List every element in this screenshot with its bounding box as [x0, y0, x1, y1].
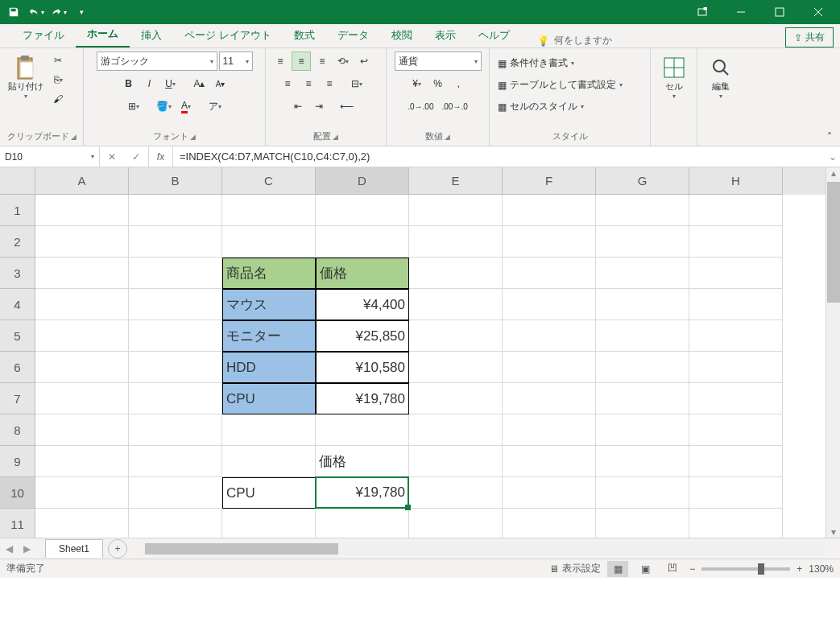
copy-button[interactable]: ⎘▾: [50, 71, 66, 89]
sheet-tab-1[interactable]: Sheet1: [45, 539, 103, 558]
align-top-button[interactable]: ≡: [271, 52, 290, 71]
italic-button[interactable]: I: [140, 74, 159, 93]
fx-icon[interactable]: fx: [149, 146, 173, 167]
zoom-level[interactable]: 130%: [809, 563, 834, 575]
col-header-E[interactable]: E: [409, 167, 503, 195]
row-header-5[interactable]: 5: [0, 320, 35, 352]
col-header-A[interactable]: A: [35, 167, 129, 195]
tab-home[interactable]: ホーム: [76, 22, 130, 47]
comma-button[interactable]: ,: [449, 74, 469, 93]
align-right-button[interactable]: ≡: [320, 74, 339, 93]
tab-help[interactable]: ヘルプ: [467, 23, 521, 47]
conditional-formatting-button[interactable]: ▦条件付き書式▾: [494, 55, 577, 72]
zoom-slider[interactable]: [701, 567, 790, 571]
formula-input[interactable]: =INDEX(C4:D7,MATCH(C10,C4:C7,0),2): [173, 146, 826, 167]
fill-color-button[interactable]: 🪣▾: [153, 97, 175, 116]
decrease-font-button[interactable]: A▾: [211, 74, 230, 93]
font-color-button[interactable]: A▾: [176, 97, 196, 116]
col-header-B[interactable]: B: [129, 167, 222, 195]
increase-decimal-button[interactable]: .0→.00: [404, 97, 437, 116]
rtl-button[interactable]: ⟵: [337, 97, 357, 116]
vscroll-thumb[interactable]: [827, 182, 840, 303]
cells-button[interactable]: セル ▾: [656, 52, 693, 141]
bold-button[interactable]: B: [119, 74, 139, 93]
increase-font-button[interactable]: A▴: [190, 74, 209, 93]
align-middle-button[interactable]: ≡: [292, 52, 311, 71]
cell-C7[interactable]: CPU: [222, 383, 316, 414]
sheet-nav-prev[interactable]: ◀: [0, 540, 18, 558]
tab-review[interactable]: 校閲: [380, 23, 424, 47]
vertical-scrollbar[interactable]: ▴ ▾: [826, 167, 840, 538]
merge-button[interactable]: ⊟▾: [347, 74, 366, 93]
cell-D5[interactable]: ¥25,850: [316, 320, 409, 352]
cells-area[interactable]: document.write(Array.from({length:11},(_…: [35, 195, 783, 538]
clipboard-launcher[interactable]: ◢: [71, 133, 77, 141]
cell-D10[interactable]: ¥19,780: [316, 477, 409, 509]
close-button[interactable]: [800, 0, 837, 24]
col-header-C[interactable]: C: [222, 167, 316, 195]
font-size-select[interactable]: 11▾: [219, 52, 253, 71]
zoom-out-button[interactable]: −: [689, 563, 695, 575]
col-header-D[interactable]: D: [316, 167, 409, 195]
percent-button[interactable]: %: [428, 74, 448, 93]
align-bottom-button[interactable]: ≡: [312, 52, 332, 71]
accounting-button[interactable]: ¥▾: [408, 74, 427, 93]
row-header-3[interactable]: 3: [0, 258, 35, 289]
row-header-4[interactable]: 4: [0, 289, 35, 320]
align-left-button[interactable]: ≡: [278, 74, 297, 93]
zoom-thumb[interactable]: [758, 563, 764, 575]
row-header-9[interactable]: 9: [0, 446, 35, 477]
cell-D6[interactable]: ¥10,580: [316, 352, 409, 383]
tab-page-layout[interactable]: ページ レイアウト: [173, 23, 283, 47]
row-header-10[interactable]: 10: [0, 477, 35, 509]
wrap-text-button[interactable]: ↩: [354, 52, 374, 71]
horizontal-scrollbar[interactable]: [143, 542, 824, 555]
alignment-launcher[interactable]: ◢: [333, 133, 338, 141]
share-button[interactable]: ⇪ 共有: [785, 27, 834, 47]
select-all-corner[interactable]: [0, 167, 35, 195]
normal-view-button[interactable]: ▦: [607, 561, 628, 577]
phonetic-button[interactable]: ア▾: [205, 97, 225, 116]
number-launcher[interactable]: ◢: [445, 133, 450, 141]
cell-D4[interactable]: ¥4,400: [316, 289, 409, 320]
align-center-button[interactable]: ≡: [299, 74, 318, 93]
enter-formula-button[interactable]: ✓: [124, 146, 148, 167]
paste-button[interactable]: 貼り付け ▾: [5, 52, 47, 129]
font-launcher[interactable]: ◢: [190, 133, 196, 141]
page-break-view-button[interactable]: 凹: [662, 561, 683, 577]
row-header-11[interactable]: 11: [0, 509, 35, 538]
format-painter-button[interactable]: 🖌: [50, 90, 66, 108]
font-name-select[interactable]: 游ゴシック▾: [97, 52, 217, 71]
row-header-6[interactable]: 6: [0, 352, 35, 383]
cancel-formula-button[interactable]: ✕: [100, 146, 124, 167]
tab-insert[interactable]: 挿入: [130, 23, 173, 47]
cell-D3[interactable]: 価格: [316, 258, 409, 289]
add-sheet-button[interactable]: +: [108, 539, 127, 559]
display-settings-button[interactable]: 🖥表示設定: [549, 562, 601, 575]
row-header-1[interactable]: 1: [0, 195, 35, 226]
expand-formula-bar[interactable]: ⌄: [826, 146, 840, 167]
qat-customize[interactable]: ▾: [71, 2, 92, 23]
format-as-table-button[interactable]: ▦テーブルとして書式設定▾: [494, 76, 626, 93]
minimize-button[interactable]: [722, 0, 759, 24]
cell-D7[interactable]: ¥19,780: [316, 383, 409, 414]
cell-C6[interactable]: HDD: [222, 352, 316, 383]
ribbon-display-options[interactable]: [684, 0, 721, 24]
row-header-8[interactable]: 8: [0, 414, 35, 446]
decrease-indent-button[interactable]: ⇤: [288, 97, 308, 116]
cell-C3[interactable]: 商品名: [222, 258, 316, 289]
decrease-decimal-button[interactable]: .00→.0: [439, 97, 471, 116]
tab-data[interactable]: データ: [326, 23, 380, 47]
collapse-ribbon-button[interactable]: ˄: [819, 128, 840, 146]
row-header-2[interactable]: 2: [0, 226, 35, 258]
cell-styles-button[interactable]: ▦セルのスタイル▾: [494, 98, 587, 115]
save-button[interactable]: [3, 2, 24, 23]
hscroll-thumb[interactable]: [145, 543, 338, 555]
editing-button[interactable]: 編集 ▾: [702, 52, 739, 141]
redo-button[interactable]: ▾: [48, 2, 69, 23]
orientation-button[interactable]: ⟲▾: [333, 52, 353, 71]
tab-formulas[interactable]: 数式: [283, 23, 326, 47]
sheet-nav-next[interactable]: ▶: [18, 540, 35, 558]
cut-button[interactable]: ✂: [50, 52, 66, 69]
cell-C10[interactable]: CPU: [222, 477, 316, 509]
